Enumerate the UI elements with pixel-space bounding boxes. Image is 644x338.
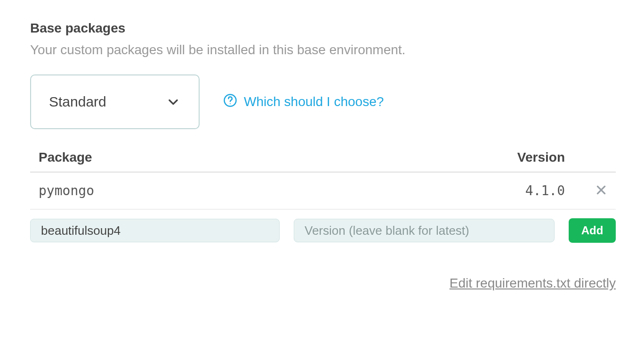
add-package-name-input[interactable] <box>30 219 280 242</box>
add-button[interactable]: Add <box>569 218 616 243</box>
remove-package-button[interactable] <box>565 184 607 198</box>
svg-point-1 <box>230 103 231 104</box>
close-icon <box>595 190 607 198</box>
which-should-i-choose-link[interactable]: Which should I choose? <box>223 93 384 111</box>
add-package-row: Add <box>30 210 616 243</box>
section-subtitle: Your custom packages will be installed i… <box>30 42 616 58</box>
packages-table: Package Version pymongo 4.1.0 Add <box>30 143 616 243</box>
chevron-down-icon <box>167 95 180 108</box>
packages-table-header: Package Version <box>30 143 616 173</box>
header-version: Version <box>471 150 565 165</box>
help-link-label: Which should I choose? <box>244 94 384 109</box>
base-packages-panel: Base packages Your custom packages will … <box>0 0 644 291</box>
base-package-select-value: Standard <box>49 94 106 110</box>
header-package: Package <box>39 150 471 165</box>
table-row: pymongo 4.1.0 <box>30 173 616 210</box>
package-version: 4.1.0 <box>471 183 565 198</box>
add-package-version-input[interactable] <box>294 219 555 242</box>
package-name: pymongo <box>39 183 471 198</box>
help-icon <box>223 93 237 111</box>
section-title: Base packages <box>30 21 616 36</box>
base-package-select[interactable]: Standard <box>30 74 200 129</box>
edit-requirements-link[interactable]: Edit requirements.txt directly <box>30 276 616 291</box>
